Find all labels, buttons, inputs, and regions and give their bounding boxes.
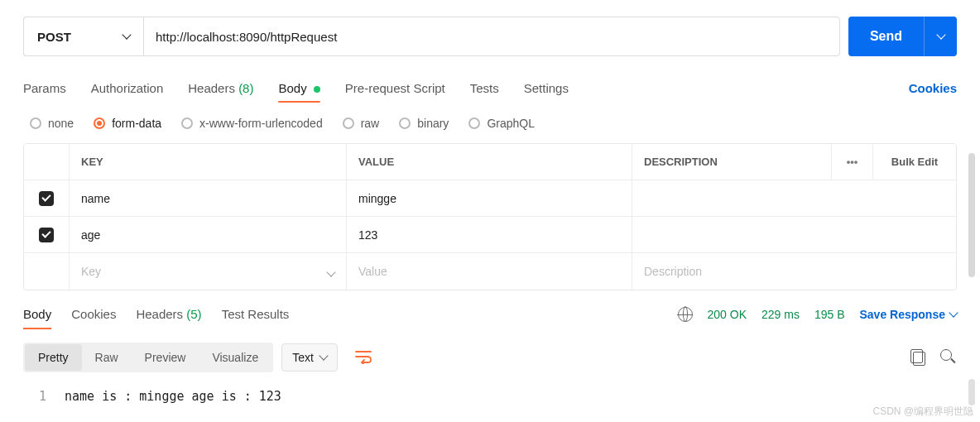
scrollbar[interactable] <box>968 379 975 405</box>
url-input[interactable]: http://localhost:8090/httpRequest <box>143 17 840 56</box>
table-row-new: Key Value Description <box>24 253 956 290</box>
value-input[interactable]: Value <box>347 253 632 290</box>
radio-icon <box>94 117 105 129</box>
radio-icon <box>468 117 480 129</box>
view-mode-group: Pretty Raw Preview Visualize <box>23 343 273 372</box>
chevron-down-icon <box>936 30 945 39</box>
url-value: http://localhost:8090/httpRequest <box>156 30 337 44</box>
header-check <box>24 144 70 180</box>
description-cell[interactable] <box>632 217 956 252</box>
header-description: DESCRIPTION <box>632 144 832 180</box>
view-pretty[interactable]: Pretty <box>25 344 82 371</box>
body-type-form-data[interactable]: form-data <box>94 117 161 130</box>
cookies-link[interactable]: Cookies <box>909 81 957 95</box>
row-checkbox[interactable] <box>39 191 54 206</box>
body-type-urlencoded[interactable]: x-www-form-urlencoded <box>181 117 323 130</box>
view-visualize[interactable]: Visualize <box>199 344 271 371</box>
response-tab-body[interactable]: Body <box>23 302 51 326</box>
header-key: KEY <box>70 144 347 180</box>
check-icon <box>41 192 50 201</box>
response-time: 229 ms <box>761 308 800 321</box>
radio-icon <box>399 117 411 129</box>
response-status: 200 OK <box>708 308 747 321</box>
view-raw[interactable]: Raw <box>82 344 132 371</box>
column-options[interactable]: ••• <box>832 144 873 180</box>
key-cell[interactable]: age <box>70 217 347 252</box>
body-type-graphql[interactable]: GraphQL <box>468 117 535 130</box>
view-preview[interactable]: Preview <box>132 344 199 371</box>
radio-icon <box>181 117 193 129</box>
body-type-none[interactable]: none <box>30 117 74 130</box>
chevron-down-icon <box>319 351 328 360</box>
tab-authorization[interactable]: Authorization <box>91 74 164 102</box>
send-dropdown-toggle[interactable] <box>924 17 957 56</box>
globe-icon[interactable] <box>678 307 693 322</box>
form-data-grid: KEY VALUE DESCRIPTION ••• Bulk Edit name… <box>23 143 957 290</box>
header-value: VALUE <box>347 144 632 180</box>
response-size: 195 B <box>814 308 845 321</box>
value-cell[interactable]: mingge <box>347 180 632 216</box>
body-modified-indicator <box>314 86 320 93</box>
wrap-lines-button[interactable] <box>346 344 381 372</box>
response-body-viewer[interactable]: 1 name is : mingge age is : 123 <box>23 381 957 420</box>
chevron-down-icon <box>122 30 131 39</box>
tab-prerequest-script[interactable]: Pre-request Script <box>345 74 445 102</box>
response-tab-test-results[interactable]: Test Results <box>222 302 290 326</box>
key-cell[interactable]: name <box>70 180 347 216</box>
description-cell[interactable] <box>632 180 956 216</box>
response-headers-count: (5) <box>186 307 201 321</box>
response-tab-headers[interactable]: Headers (5) <box>136 302 201 326</box>
http-method-select[interactable]: POST <box>23 17 143 56</box>
save-response-button[interactable]: Save Response <box>860 308 958 321</box>
key-input[interactable]: Key <box>70 253 347 290</box>
copy-icon[interactable] <box>910 349 927 366</box>
table-row: name mingge <box>24 180 956 217</box>
chevron-down-icon <box>949 308 958 317</box>
radio-icon <box>30 117 41 129</box>
wrap-icon <box>354 349 372 364</box>
http-method-value: POST <box>37 30 71 44</box>
empty-check <box>24 253 70 290</box>
watermark: CSDN @编程界明世隐 <box>872 405 973 419</box>
key-type-dropdown[interactable] <box>328 265 334 278</box>
description-input[interactable]: Description <box>632 253 956 290</box>
table-row: age 123 <box>24 217 956 253</box>
tab-settings[interactable]: Settings <box>524 74 569 102</box>
body-type-binary[interactable]: binary <box>399 117 449 130</box>
send-button[interactable]: Send <box>848 17 957 56</box>
headers-count: (8) <box>238 81 253 95</box>
bulk-edit-button[interactable]: Bulk Edit <box>873 144 956 180</box>
response-line: name is : mingge age is : 123 <box>65 389 281 404</box>
send-button-label: Send <box>848 29 924 44</box>
tab-params[interactable]: Params <box>23 74 66 102</box>
body-type-raw[interactable]: raw <box>343 117 380 130</box>
tab-tests[interactable]: Tests <box>470 74 499 102</box>
tab-headers[interactable]: Headers (8) <box>188 74 253 102</box>
chevron-down-icon <box>326 267 335 276</box>
line-number: 1 <box>23 389 65 404</box>
value-cell[interactable]: 123 <box>347 217 632 252</box>
language-select[interactable]: Text <box>281 343 338 372</box>
radio-icon <box>343 117 354 129</box>
search-icon[interactable] <box>940 349 957 366</box>
tab-body[interactable]: Body <box>278 74 319 102</box>
check-icon <box>41 228 50 237</box>
response-tab-cookies[interactable]: Cookies <box>71 302 116 326</box>
row-checkbox[interactable] <box>39 228 54 242</box>
scrollbar[interactable] <box>968 153 975 277</box>
